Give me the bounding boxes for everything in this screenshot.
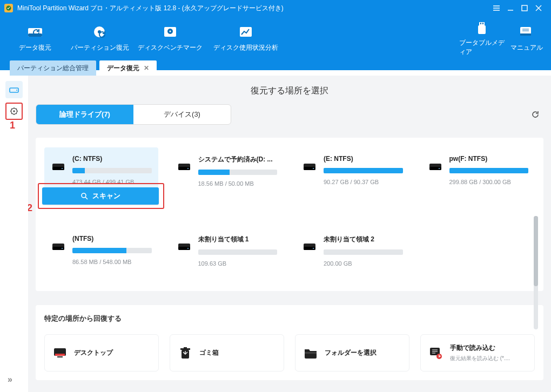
drive-card[interactable]: 未割り当て領域 1 109.63 GB [170, 227, 284, 281]
window-title: MiniTool Partition Wizard プロ・アルティメット版 12… [17, 4, 489, 13]
specific-location-section: 特定の場所から回復する デスクトップ ゴミ箱 フォルダーを選択 [36, 305, 543, 380]
minimize-button[interactable] [503, 3, 518, 13]
refresh-button[interactable] [527, 106, 543, 123]
folder-icon [303, 346, 318, 361]
svg-rect-12 [480, 23, 481, 24]
desktop-icon [52, 346, 68, 361]
drive-type-switch: 論理ドライブ(7) デバイス(3) [36, 104, 231, 125]
tab-label: データ復元 [107, 64, 139, 73]
main-content: 復元する場所を選択 論理ドライブ(7) デバイス(3) (C: NTFS) [28, 76, 551, 392]
svg-point-17 [16, 90, 17, 91]
annotation-2: 2 [28, 202, 32, 214]
tab-label: パーティション総合管理 [17, 64, 89, 73]
location-select-folder[interactable]: フォルダーを選択 [295, 334, 409, 371]
drive-name: pw(F: NTFS) [449, 155, 529, 163]
drive-size: 299.88 GB / 300.00 GB [449, 179, 529, 185]
drive-size: 109.63 GB [198, 260, 278, 267]
section-title: 特定の場所から回復する [44, 314, 535, 323]
location-label: デスクトップ [74, 348, 113, 357]
svg-rect-43 [57, 356, 63, 357]
drive-grid: (C: NTFS) 473.44 GB / 499.41 GB システムで予約済… [44, 147, 535, 281]
drive-size: 90.27 GB / 90.37 GB [324, 179, 403, 185]
drive-name: システムで予約済み(D: ... [198, 155, 278, 164]
manual-icon [519, 26, 534, 40]
tab-data-recovery[interactable]: データ復元✕ [99, 60, 157, 76]
drive-name: 未割り当て領域 1 [198, 235, 278, 244]
svg-rect-47 [184, 347, 187, 349]
toolbar-disk-benchmark[interactable]: ディスクベンチマーク [135, 19, 205, 57]
load-icon [428, 346, 444, 361]
drive-icon [177, 158, 192, 173]
drive-name: (NTFS) [72, 235, 152, 242]
location-label: フォルダーを選択 [325, 348, 377, 357]
svg-point-8 [170, 30, 171, 32]
scroll-thumb[interactable] [534, 216, 538, 286]
page-title: 復元する場所を選択 [36, 81, 543, 104]
close-button[interactable] [532, 3, 546, 13]
toolbar-partition-recovery[interactable]: パーティション復元 [65, 19, 135, 57]
svg-rect-13 [482, 23, 483, 24]
scrollbar[interactable] [534, 216, 538, 329]
usage-bar [198, 170, 278, 175]
tab-partition-management[interactable]: パーティション総合管理 [10, 60, 96, 76]
toolbar-manual[interactable]: マニュアル [508, 19, 546, 57]
svg-point-28 [313, 168, 314, 169]
location-recycle-bin[interactable]: ゴミ箱 [170, 334, 284, 371]
drive-size: 200.00 GB [324, 260, 403, 267]
usage-bar [198, 249, 278, 255]
trash-icon [178, 346, 193, 361]
main-toolbar: データ復元 パーティション復元 ディスクベンチマーク ディスク使用状況分析 ブー… [0, 16, 551, 59]
location-label: 手動で読み込む [450, 343, 510, 353]
disk-usage-icon [237, 24, 254, 40]
tab-close-icon[interactable]: ✕ [144, 64, 149, 72]
app-logo-icon [4, 4, 13, 12]
segment-devices[interactable]: デバイス(3) [133, 105, 231, 124]
annotation-1: 1 [10, 120, 15, 131]
sidebar-expand-button[interactable]: » [8, 375, 11, 384]
partition-recovery-icon [91, 24, 109, 40]
toolbar-label: ディスクベンチマーク [138, 43, 203, 52]
sidebar-drives-button[interactable] [5, 81, 23, 98]
drive-card[interactable]: システムで予約済み(D: ... 18.56 MB / 50.00 MB [170, 147, 284, 201]
toolbar-label: マニュアル [510, 43, 543, 52]
segment-logical-drives[interactable]: 論理ドライブ(7) [36, 105, 133, 124]
data-recovery-icon [26, 24, 44, 40]
drive-card[interactable]: (NTFS) 86.58 MB / 548.00 MB [44, 227, 158, 281]
drive-icon [51, 238, 66, 253]
sidebar-settings-button[interactable] [5, 103, 23, 120]
usage-bar [324, 249, 403, 255]
tab-bar: パーティション総合管理 データ復元✕ [0, 59, 551, 76]
drive-card[interactable]: 未割り当て領域 2 200.00 GB [295, 227, 409, 281]
svg-rect-15 [520, 33, 531, 36]
svg-rect-48 [305, 352, 317, 354]
drive-card[interactable]: (E: NTFS) 90.27 GB / 90.37 GB [295, 147, 409, 201]
titlebar: MiniTool Partition Wizard プロ・アルティメット版 12… [0, 0, 551, 16]
usage-bar [72, 248, 152, 253]
usage-bar [449, 168, 529, 173]
drive-name: (C: NTFS) [72, 155, 152, 163]
sidebar: 1 » [0, 76, 28, 392]
toolbar-bootable-media[interactable]: ブータブルメディア [459, 19, 508, 57]
drive-icon [302, 238, 317, 253]
toolbar-label: ブータブルメディア [459, 38, 508, 57]
usage-bar [72, 168, 152, 173]
drive-size: 18.56 MB / 50.00 MB [198, 180, 278, 187]
svg-point-31 [439, 168, 440, 169]
svg-rect-44 [55, 354, 65, 356]
scan-label: スキャン [92, 191, 120, 201]
svg-point-22 [62, 168, 63, 169]
svg-point-25 [187, 168, 189, 169]
svg-point-41 [82, 193, 86, 198]
toolbar-data-recovery[interactable]: データ復元 [5, 19, 65, 57]
svg-point-37 [187, 248, 189, 249]
drive-size: 86.58 MB / 548.00 MB [72, 259, 152, 265]
menu-button[interactable] [489, 3, 503, 13]
location-manual-load[interactable]: 手動で読み込む 復元結果を読み込む (*.... [420, 334, 535, 371]
drive-card[interactable]: pw(F: NTFS) 299.88 GB / 300.00 GB [421, 147, 535, 201]
svg-rect-11 [478, 25, 486, 34]
svg-rect-1 [522, 5, 527, 11]
maximize-button[interactable] [518, 3, 532, 13]
location-desktop[interactable]: デスクトップ [44, 334, 159, 371]
toolbar-disk-usage[interactable]: ディスク使用状況分析 [205, 19, 286, 57]
scan-button[interactable]: スキャン [42, 187, 159, 205]
